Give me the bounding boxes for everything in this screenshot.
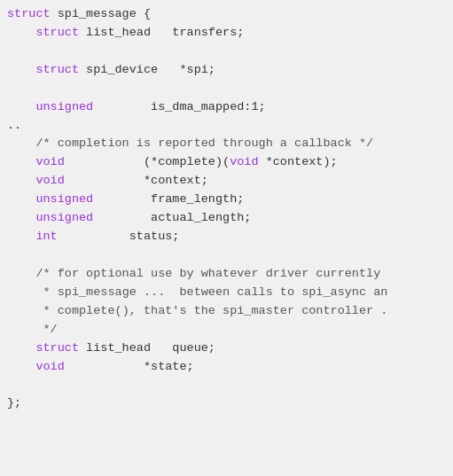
plain-token: actual_length;	[93, 211, 251, 224]
plain-token	[7, 100, 35, 113]
code-line: /* for optional use by whatever driver c…	[7, 265, 446, 284]
code-line	[7, 43, 446, 61]
plain-token: list_head queue;	[79, 341, 215, 355]
plain-token	[7, 285, 43, 299]
plain-token	[7, 323, 43, 336]
code-line: * spi_message ... between calls to spi_a…	[7, 284, 446, 302]
plain-token	[7, 63, 35, 76]
code-line: */	[7, 321, 446, 339]
plain-token	[7, 341, 35, 355]
comment-token: * complete(), that's the spi_master cont…	[43, 304, 388, 317]
code-line	[7, 246, 446, 265]
kw-token: void	[35, 174, 64, 187]
code-line: void (*complete)(void *context);	[7, 153, 446, 172]
kw-token: int	[35, 230, 57, 243]
code-line	[7, 80, 446, 98]
code-line: struct spi_device *spi;	[7, 61, 446, 80]
plain-token	[7, 304, 43, 317]
plain-token: list_head transfers;	[79, 26, 244, 39]
kw-token: void	[230, 155, 258, 168]
comment-token: /* completion is reported through a call…	[35, 137, 373, 150]
code-line: struct spi_message {	[7, 5, 446, 24]
code-block: struct spi_message { struct list_head tr…	[0, 0, 453, 476]
code-line: unsigned actual_length;	[7, 209, 446, 228]
plain-token	[7, 230, 35, 243]
plain-token	[7, 155, 35, 168]
plain-token	[7, 267, 35, 280]
plain-token	[7, 211, 35, 224]
kw-token: struct	[35, 26, 79, 39]
code-line	[7, 376, 446, 394]
code-line: void *context;	[7, 172, 446, 191]
plain-token: (*complete)(	[65, 155, 230, 168]
kw-token: unsigned	[35, 211, 93, 224]
kw-token: unsigned	[35, 100, 93, 113]
code-line: struct list_head transfers;	[7, 24, 446, 43]
plain-token: is_dma_mapped:1;	[93, 100, 265, 113]
kw-token: void	[35, 360, 64, 373]
plain-token: ..	[7, 119, 21, 132]
kw-token: void	[35, 155, 64, 168]
code-line: * complete(), that's the spi_master cont…	[7, 302, 446, 321]
code-line: ..	[7, 117, 446, 136]
kw-token: unsigned	[35, 192, 93, 206]
comment-token: * spi_message ... between calls to spi_a…	[43, 285, 388, 299]
plain-token: *state;	[65, 360, 194, 373]
plain-token: status;	[58, 230, 180, 243]
code-line: /* completion is reported through a call…	[7, 135, 446, 153]
kw-token: struct	[7, 7, 51, 20]
code-line: void *state;	[7, 358, 446, 377]
comment-token: */	[43, 323, 58, 336]
plain-token	[7, 174, 35, 187]
code-line: };	[7, 394, 446, 413]
code-line: int status;	[7, 228, 446, 246]
plain-token	[7, 360, 35, 373]
kw-token: struct	[35, 63, 79, 76]
plain-token	[7, 137, 35, 150]
plain-token: frame_length;	[93, 192, 244, 206]
plain-token: *context);	[259, 155, 338, 168]
comment-token: /* for optional use by whatever driver c…	[35, 267, 380, 280]
code-line: struct list_head queue;	[7, 339, 446, 358]
plain-token	[7, 192, 35, 206]
plain-token: };	[7, 396, 21, 410]
plain-token: *context;	[65, 174, 208, 187]
kw-token: struct	[35, 341, 79, 355]
plain-token: spi_message {	[51, 7, 151, 20]
code-line: unsigned is_dma_mapped:1;	[7, 98, 446, 117]
plain-token: spi_device *spi;	[79, 63, 215, 76]
plain-token	[7, 26, 35, 39]
code-line: unsigned frame_length;	[7, 191, 446, 209]
